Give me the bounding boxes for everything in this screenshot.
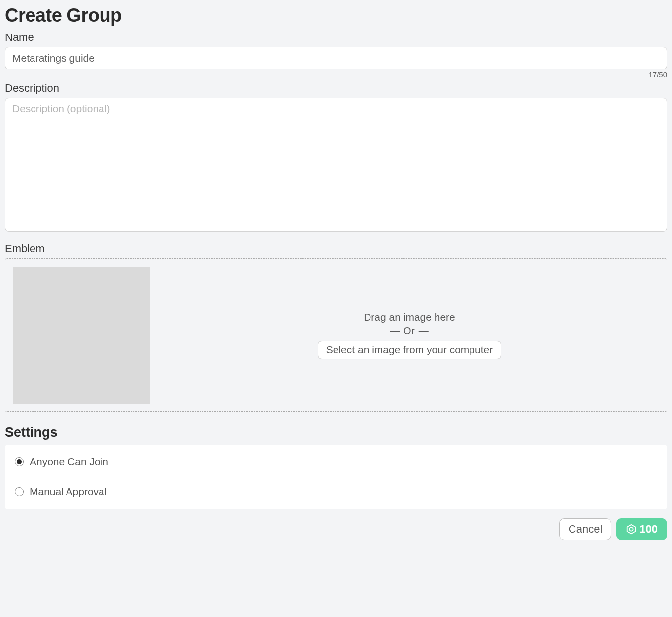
emblem-select-button[interactable]: Select an image from your computer xyxy=(318,341,501,359)
emblem-label: Emblem xyxy=(5,242,667,255)
create-button-cost: 100 xyxy=(639,523,658,536)
cancel-button[interactable]: Cancel xyxy=(559,518,611,540)
page-title: Create Group xyxy=(5,5,667,26)
emblem-preview xyxy=(13,267,150,404)
radio-icon xyxy=(15,457,24,466)
svg-marker-0 xyxy=(627,525,636,534)
description-label: Description xyxy=(5,82,667,95)
setting-option-label: Manual Approval xyxy=(30,486,106,498)
name-char-count: 17/50 xyxy=(5,70,667,79)
emblem-drag-text: Drag an image here xyxy=(364,311,455,323)
settings-panel: Anyone Can Join Manual Approval xyxy=(5,445,667,509)
name-label: Name xyxy=(5,31,667,44)
emblem-dropzone[interactable]: Drag an image here — Or — Select an imag… xyxy=(5,258,667,412)
radio-icon xyxy=(15,487,24,496)
setting-option-anyone-can-join[interactable]: Anyone Can Join xyxy=(15,447,657,477)
robux-icon xyxy=(626,524,637,535)
setting-option-manual-approval[interactable]: Manual Approval xyxy=(15,477,657,507)
create-button[interactable]: 100 xyxy=(616,518,667,540)
svg-point-1 xyxy=(630,527,633,531)
setting-option-label: Anyone Can Join xyxy=(30,456,108,468)
name-input[interactable] xyxy=(5,47,667,69)
emblem-or-text: — Or — xyxy=(390,325,429,337)
settings-heading: Settings xyxy=(5,425,667,440)
description-input[interactable] xyxy=(5,98,667,232)
